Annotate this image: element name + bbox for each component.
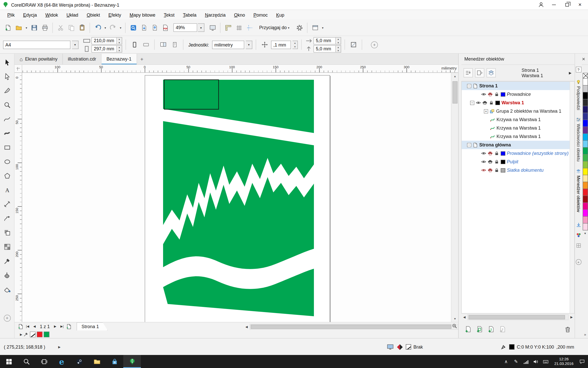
units-select[interactable]: milimetry — [212, 40, 244, 49]
palette-swatch[interactable] — [582, 154, 588, 162]
layer-color-swatch[interactable] — [501, 168, 505, 172]
smart-fill-tool[interactable] — [3, 285, 11, 294]
menu-tekst[interactable]: Tekst — [160, 10, 179, 19]
document-page[interactable] — [145, 75, 330, 322]
palette-no-color-swatch[interactable] — [582, 73, 588, 79]
open-button[interactable] — [14, 22, 24, 33]
palette-swatch[interactable] — [582, 92, 588, 99]
page-width-stepper[interactable]: ▴▾ — [117, 37, 122, 44]
docker-scroll-track[interactable] — [468, 314, 569, 320]
menu-widok[interactable]: Widok — [41, 10, 62, 19]
docker-flyout-button[interactable]: ▶ — [569, 71, 571, 75]
visibility-eye-icon[interactable] — [481, 151, 486, 156]
tree-row-strona-1[interactable]: − Strona 1 — [462, 82, 574, 90]
artistic-media-tool[interactable] — [3, 129, 11, 138]
crop-tool[interactable] — [3, 87, 11, 95]
first-page-button[interactable]: |◀ — [24, 323, 31, 329]
dimension-tool[interactable] — [3, 200, 11, 209]
undo-button[interactable] — [93, 22, 103, 33]
lock-icon[interactable] — [494, 151, 499, 156]
palette-swatch[interactable] — [582, 120, 588, 127]
ellipse-tool[interactable] — [3, 158, 11, 166]
toolbox-customize-button[interactable]: + — [4, 315, 10, 322]
landscape-button[interactable] — [141, 39, 151, 50]
horizontal-scroll-track[interactable] — [250, 324, 459, 330]
show-rulers-button[interactable] — [223, 22, 233, 33]
text-tool[interactable]: A — [3, 186, 11, 194]
docker-horizontal-scrollbar[interactable]: ◀ ▶ — [461, 314, 575, 320]
treat-as-filled-button[interactable] — [348, 39, 358, 50]
palette-swatch[interactable] — [582, 140, 588, 148]
document-palette-flyout[interactable]: ▶ — [20, 332, 22, 336]
color-proof-indicator[interactable]: Brak — [387, 339, 423, 355]
collapsed-docker-icon-color[interactable] — [575, 232, 581, 238]
context-help-icon[interactable]: ? — [575, 67, 581, 73]
menu-pomoc[interactable]: Pomoc — [249, 10, 272, 19]
page-height-stepper[interactable]: ▴▾ — [117, 45, 122, 52]
menu-plik[interactable]: Plik — [3, 10, 19, 19]
vertical-ruler[interactable]: 050100150200250 — [15, 73, 22, 322]
document-color-red[interactable] — [37, 331, 43, 337]
next-page-button[interactable]: ▶ — [52, 323, 58, 329]
taskbar-clock[interactable]: 12:26 21.03.2016 — [551, 357, 577, 366]
menu-mapy-bitowe[interactable]: Mapy bitowe — [125, 10, 160, 19]
horizontal-ruler[interactable]: milimetry 10050050100150200250300 — [22, 65, 458, 73]
printer-icon[interactable] — [488, 168, 493, 172]
undo-dropdown-caret[interactable]: ▾ — [103, 26, 107, 29]
scroll-up-button[interactable]: ▲ — [451, 73, 459, 79]
show-guidelines-button[interactable] — [245, 22, 255, 33]
show-object-properties-button[interactable] — [475, 68, 484, 77]
add-page-after-button[interactable]: + — [66, 323, 72, 329]
menu-uklad[interactable]: Układ — [62, 10, 82, 19]
open-dropdown-caret[interactable]: ▾ — [24, 26, 28, 29]
palette-swatch[interactable] — [582, 195, 588, 203]
restore-button[interactable] — [561, 1, 573, 9]
no-color-swatch[interactable] — [30, 331, 36, 337]
application-launcher-button[interactable] — [310, 22, 320, 33]
tree-row-krzywa-2[interactable]: Krzywa na Warstwa 1 — [462, 124, 574, 132]
show-grid-button[interactable] — [234, 22, 244, 33]
volume-icon[interactable] — [531, 355, 541, 368]
new-master-layer-odd-button[interactable]: 1 — [487, 326, 495, 333]
collapse-icon[interactable]: − — [467, 84, 471, 88]
docker-scroll-thumb[interactable] — [469, 315, 565, 319]
add-page-before-button[interactable]: + — [18, 323, 24, 329]
palette-swatch[interactable] — [582, 133, 588, 141]
visibility-eye-icon[interactable] — [476, 100, 481, 105]
new-layer-button[interactable] — [464, 326, 472, 333]
action-center-icon[interactable] — [577, 355, 586, 368]
shape-tool[interactable] — [3, 73, 11, 81]
page-height-input[interactable]: 297,0 mm — [92, 45, 117, 52]
visibility-eye-icon[interactable] — [481, 92, 486, 97]
palette-swatch[interactable] — [582, 189, 588, 196]
layer-color-swatch[interactable] — [495, 101, 500, 105]
network-icon[interactable] — [521, 355, 531, 368]
connector-tool[interactable] — [3, 214, 11, 223]
redo-dropdown-caret[interactable]: ▾ — [119, 26, 122, 29]
menu-efekty[interactable]: Efekty — [104, 10, 125, 19]
tab-podpowiedzi[interactable]: Podpowiedzi — [576, 79, 581, 110]
lock-icon[interactable] — [494, 168, 499, 172]
palette-swatch[interactable] — [582, 216, 588, 224]
last-page-button[interactable]: ▶| — [59, 323, 65, 329]
printer-icon[interactable] — [488, 92, 493, 97]
printer-icon[interactable] — [488, 159, 493, 164]
units-caret[interactable]: ▾ — [246, 40, 252, 49]
new-document-button[interactable] — [3, 22, 13, 33]
layer-color-swatch[interactable] — [501, 160, 505, 164]
palette-swatch[interactable] — [582, 85, 588, 93]
publish-pdf-button[interactable]: PDF — [161, 22, 170, 33]
palette-swatch[interactable] — [582, 223, 588, 231]
tree-row-prowadnice[interactable]: Prowadnice — [462, 90, 574, 99]
palette-swatch[interactable] — [582, 147, 588, 155]
tab-wlasciwosci-obiektu[interactable]: Właściwości obiektu — [576, 117, 581, 162]
menu-okno[interactable]: Okno — [230, 10, 249, 19]
tab-beznazwy-1[interactable]: Beznazwy-1 — [102, 54, 137, 64]
palette-flyout-button[interactable]: » — [584, 332, 586, 337]
print-button[interactable] — [40, 22, 50, 33]
tree-scrollbar[interactable] — [570, 82, 574, 313]
redo-button[interactable] — [108, 22, 118, 33]
account-icon[interactable] — [535, 1, 547, 9]
ruler-origin-button[interactable] — [15, 65, 22, 73]
tab-illustration-cdr[interactable]: illustration.cdr — [63, 54, 102, 64]
